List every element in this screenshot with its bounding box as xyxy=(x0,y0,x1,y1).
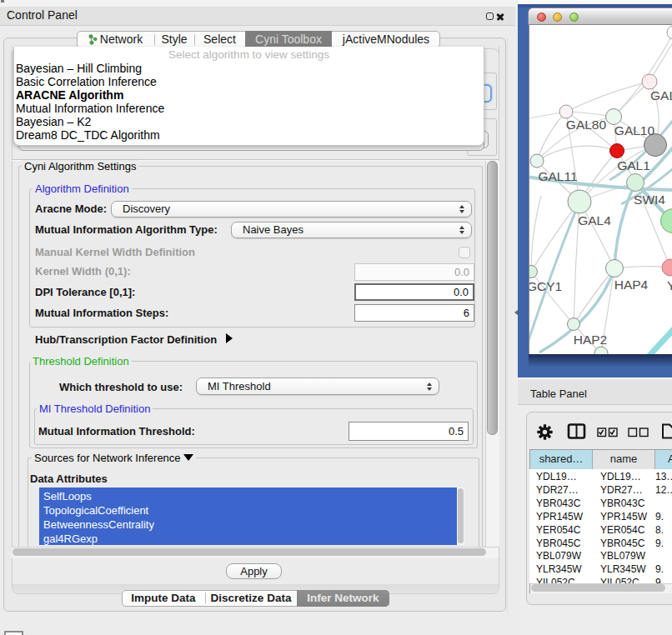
svg-text:HAP4: HAP4 xyxy=(614,278,649,292)
svg-text:GAL10: GAL10 xyxy=(614,123,655,138)
svg-text:GAL80: GAL80 xyxy=(566,118,607,132)
svg-text:SWI4: SWI4 xyxy=(634,192,665,207)
svg-text:HAP2: HAP2 xyxy=(574,332,608,347)
svg-text:GAL4: GAL4 xyxy=(578,213,611,228)
svg-text:Y: Y xyxy=(667,278,672,292)
svg-text:GCY1: GCY1 xyxy=(529,279,562,293)
svg-text:GAL11: GAL11 xyxy=(538,169,577,183)
svg-text:GAL1: GAL1 xyxy=(617,158,650,172)
svg-text:GAL2: GAL2 xyxy=(650,88,672,102)
